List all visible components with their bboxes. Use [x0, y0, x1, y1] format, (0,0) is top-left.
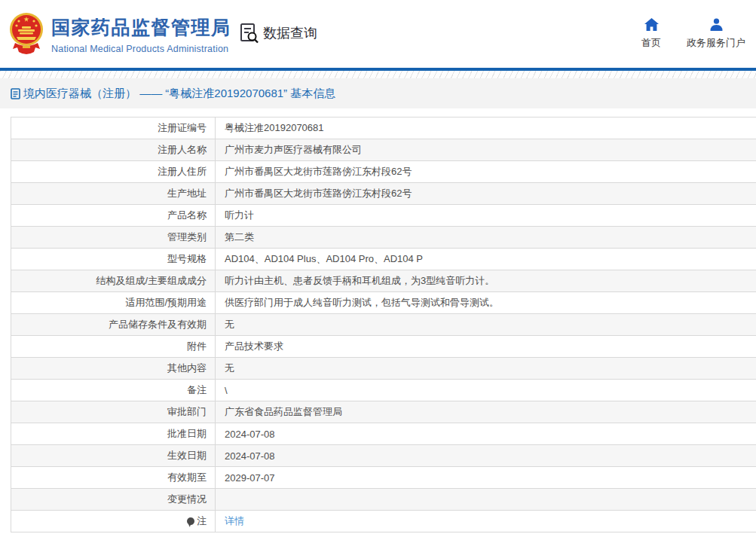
table-row: 产品储存条件及有效期无: [11, 314, 756, 336]
nav-item-portal[interactable]: 政务服务门户: [687, 18, 745, 50]
home-icon: [644, 18, 659, 31]
row-label: 审批部门: [11, 401, 216, 423]
table-row: 管理类别第二类: [11, 227, 756, 249]
agency-name-zh: 国家药品监督管理局: [51, 15, 231, 40]
row-label: 结构及组成/主要组成成分: [11, 270, 216, 291]
top-nav: 首页 政务服务门户: [641, 18, 745, 50]
row-value: 无: [216, 314, 756, 335]
breadcrumb-text: 境内医疗器械（注册） —— “粤械注准20192070681” 基本信息: [23, 87, 335, 101]
agency-title-block: 国家药品监督管理局 National Medical Products Admi…: [51, 15, 231, 54]
row-value: 2024-07-08: [216, 423, 756, 444]
row-label: 批准日期: [11, 423, 216, 444]
nav-item-home[interactable]: 首页: [641, 18, 661, 50]
row-value: 广州市番禺区大龙街市莲路傍江东村段62号: [216, 183, 756, 204]
row-value: 广州市麦力声医疗器械有限公司: [216, 139, 756, 160]
row-value: 听力计由主机、患者反馈手柄和耳机组成，为3型纯音听力计。: [216, 270, 756, 291]
national-emblem-logo: [9, 10, 44, 56]
row-label: 有效期至: [11, 467, 216, 488]
breadcrumb: 境内医疗器械（注册） —— “粤械注准20192070681” 基本信息: [11, 87, 335, 101]
row-value: AD104、AD104 Plus、AD104 Pro、AD104 P: [216, 249, 756, 270]
row-value: 广州市番禺区大龙街市莲路傍江东村段62号: [216, 161, 756, 182]
table-row: 型号规格AD104、AD104 Plus、AD104 Pro、AD104 P: [11, 249, 756, 270]
table-row: 有效期至2029-07-07: [11, 467, 756, 489]
table-row: 附件产品技术要求: [11, 336, 756, 358]
table-row: 注详情: [11, 511, 756, 532]
info-table: 注册证编号粤械注准20192070681注册人名称广州市麦力声医疗器械有限公司注…: [11, 117, 756, 532]
row-label: 生产地址: [11, 183, 216, 204]
breadcrumb-band: 境内医疗器械（注册） —— “粤械注准20192070681” 基本信息: [0, 78, 756, 108]
spacer: [0, 108, 756, 117]
row-label: 变更情况: [11, 489, 216, 510]
row-label: 注册人名称: [11, 139, 216, 160]
table-row: 生产地址广州市番禺区大龙街市莲路傍江东村段62号: [11, 183, 756, 205]
site-header: 国家药品监督管理局 National Medical Products Admi…: [0, 0, 756, 68]
row-label: 生效日期: [11, 445, 216, 466]
main-content: 注册证编号粤械注准20192070681注册人名称广州市麦力声医疗器械有限公司注…: [0, 117, 756, 532]
row-value: 听力计: [216, 205, 756, 226]
row-value: 2029-07-07: [216, 467, 756, 488]
table-row: 适用范围/预期用途供医疗部门用于成人纯音听力测试，包括气导测试和骨导测试。: [11, 292, 756, 314]
nav-home-label: 首页: [641, 36, 661, 50]
row-value: 详情: [216, 511, 756, 532]
table-row: 注册证编号粤械注准20192070681: [11, 117, 756, 139]
row-label: 产品储存条件及有效期: [11, 314, 216, 335]
table-row: 其他内容无: [11, 358, 756, 380]
row-value: 产品技术要求: [216, 336, 756, 357]
table-row: 备注\: [11, 380, 756, 401]
row-value: \: [216, 380, 756, 401]
row-value: [216, 489, 756, 510]
table-row: 生效日期2024-07-08: [11, 445, 756, 467]
row-label: 其他内容: [11, 358, 216, 379]
list-icon: [11, 88, 20, 99]
table-row: 注册人名称广州市麦力声医疗器械有限公司: [11, 139, 756, 161]
table-row: 结构及组成/主要组成成分听力计由主机、患者反馈手柄和耳机组成，为3型纯音听力计。: [11, 270, 756, 292]
row-label: 注册证编号: [11, 117, 216, 139]
row-label: 注册人住所: [11, 161, 216, 182]
table-row: 产品名称听力计: [11, 205, 756, 227]
hatch-band: [0, 71, 756, 78]
user-icon: [709, 18, 724, 31]
agency-name-en: National Medical Products Administration: [51, 44, 231, 54]
row-label: 管理类别: [11, 227, 216, 248]
row-value: 第二类: [216, 227, 756, 248]
data-query-label: 数据查询: [263, 24, 317, 42]
table-row: 批准日期2024-07-08: [11, 423, 756, 445]
row-label: 备注: [11, 380, 216, 401]
table-row: 审批部门广东省食品药品监督管理局: [11, 401, 756, 423]
row-value: 2024-07-08: [216, 445, 756, 466]
document-search-icon: [240, 23, 259, 44]
nav-portal-label: 政务服务门户: [687, 36, 745, 50]
row-value: 粤械注准20192070681: [216, 117, 756, 139]
row-value: 供医疗部门用于成人纯音听力测试，包括气导测试和骨导测试。: [216, 292, 756, 313]
row-label: 适用范围/预期用途: [11, 292, 216, 313]
row-label: 注: [11, 511, 216, 532]
row-value: 无: [216, 358, 756, 379]
table-row: 注册人住所广州市番禺区大龙街市莲路傍江东村段62号: [11, 161, 756, 183]
data-query-section[interactable]: 数据查询: [240, 23, 317, 44]
table-row: 变更情况: [11, 489, 756, 511]
row-label: 产品名称: [11, 205, 216, 226]
note-icon: [187, 517, 194, 525]
detail-link[interactable]: 详情: [225, 514, 244, 528]
row-label: 型号规格: [11, 249, 216, 270]
row-label: 附件: [11, 336, 216, 357]
row-value: 广东省食品药品监督管理局: [216, 401, 756, 423]
